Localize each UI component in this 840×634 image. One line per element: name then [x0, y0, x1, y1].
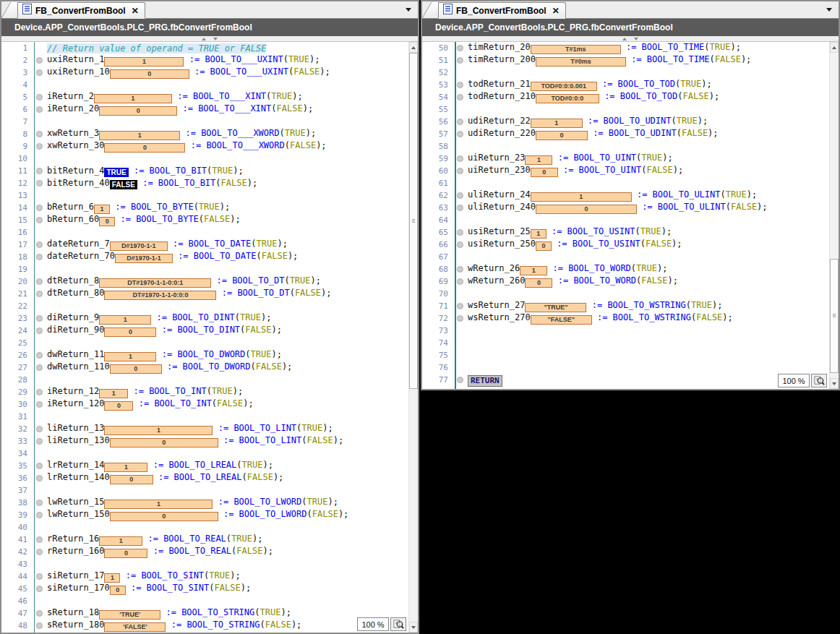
monitored-value[interactable]: T#1ms — [531, 45, 621, 54]
breakpoint-margin[interactable] — [32, 438, 47, 445]
monitored-value[interactable]: 0 — [110, 512, 218, 521]
tab-fb-convertfrombool[interactable]: FB_ConvertFromBool ✕ — [17, 2, 145, 19]
zoom-tool-icon[interactable] — [390, 617, 406, 631]
tab-fb-convertfrombool[interactable]: FB_ConvertFromBool ✕ — [438, 2, 566, 19]
breakpoint-margin[interactable] — [453, 266, 468, 273]
monitored-value[interactable]: 1 — [104, 500, 213, 509]
breakpoint-margin[interactable] — [32, 205, 47, 211]
breakpoint-margin[interactable] — [32, 168, 47, 174]
breakpoint-margin[interactable] — [453, 168, 468, 174]
tab-list-dropdown-icon[interactable] — [406, 8, 411, 14]
scrollbar-thumb[interactable] — [409, 53, 418, 389]
breakpoint-margin[interactable] — [32, 143, 47, 150]
monitored-value[interactable]: 0 — [110, 586, 126, 595]
monitored-value[interactable]: 1 — [99, 315, 151, 325]
breakpoint-margin[interactable] — [453, 241, 468, 248]
monitored-value[interactable]: TOD#0:0:0.001 — [531, 82, 597, 91]
scrollbar-thumb[interactable] — [830, 259, 839, 373]
monitored-value[interactable]: 1 — [104, 463, 147, 472]
breakpoint-margin[interactable] — [453, 94, 468, 100]
breakpoint-margin[interactable] — [32, 622, 47, 629]
monitored-value[interactable]: 1 — [94, 205, 110, 214]
code-editor[interactable]: 1// Return value of operand = TRUE or FA… — [1, 42, 418, 633]
monitored-value[interactable]: 0 — [536, 205, 637, 214]
monitored-value[interactable]: 1 — [99, 536, 142, 546]
breakpoint-margin[interactable] — [32, 475, 47, 481]
monitored-value[interactable]: 1 — [525, 155, 552, 165]
scroll-down-button[interactable] — [830, 378, 839, 389]
monitored-value[interactable]: 1 — [94, 94, 172, 103]
breakpoint-margin[interactable] — [32, 315, 47, 322]
monitored-value[interactable]: 0 — [531, 168, 558, 177]
breakpoint-margin[interactable] — [32, 500, 47, 506]
monitored-value[interactable]: 0 — [104, 327, 156, 337]
breakpoint-margin[interactable] — [453, 315, 468, 322]
breakpoint-margin[interactable] — [32, 426, 47, 432]
monitored-value[interactable]: 0 — [110, 438, 218, 447]
tab-close-icon[interactable]: ✕ — [132, 6, 139, 16]
breakpoint-margin[interactable] — [32, 241, 47, 248]
split-handle[interactable] — [422, 36, 839, 42]
breakpoint-margin[interactable] — [32, 217, 47, 223]
breakpoint-margin[interactable] — [32, 327, 47, 334]
vertical-scrollbar[interactable] — [829, 42, 839, 389]
tab-close-icon[interactable]: ✕ — [552, 6, 560, 16]
breakpoint-margin[interactable] — [32, 352, 47, 359]
monitored-value[interactable]: 0 — [104, 401, 133, 411]
monitored-value[interactable]: 1 — [104, 57, 184, 67]
monitored-value[interactable]: 1 — [531, 192, 632, 202]
monitored-value[interactable]: 'FALSE' — [104, 622, 166, 632]
monitored-value[interactable]: 0 — [110, 69, 189, 79]
tab-list-dropdown-icon[interactable] — [826, 8, 832, 14]
breakpoint-margin[interactable] — [32, 549, 47, 555]
code-editor[interactable]: 50timReturn_20T#1ms := BOOL_TO_TIME(TRUE… — [422, 42, 839, 389]
breakpoint-margin[interactable] — [32, 254, 47, 260]
breakpoint-margin[interactable] — [32, 94, 47, 100]
breakpoint-margin[interactable] — [453, 205, 468, 211]
monitored-value[interactable]: 0 — [104, 143, 185, 153]
breakpoint-margin[interactable] — [453, 192, 468, 199]
monitored-value[interactable]: D#1970-1-1 — [110, 241, 168, 251]
monitored-value[interactable]: "TRUE" — [525, 303, 586, 312]
breakpoint-margin[interactable] — [32, 389, 47, 395]
monitored-value[interactable]: 1 — [531, 119, 583, 128]
monitored-value[interactable]: 0 — [110, 364, 162, 374]
monitored-value[interactable]: T#0ms — [536, 57, 626, 67]
breakpoint-margin[interactable] — [32, 463, 47, 469]
monitored-value[interactable]: 1 — [99, 389, 128, 398]
breakpoint-margin[interactable] — [453, 229, 468, 236]
monitored-value[interactable]: FALSE — [110, 180, 137, 189]
monitored-value[interactable]: "FALSE" — [531, 315, 592, 325]
monitored-value[interactable]: 0 — [110, 475, 153, 484]
monitored-value[interactable]: 0 — [99, 217, 115, 226]
breakpoint-margin[interactable] — [453, 131, 468, 137]
breakpoint-margin[interactable] — [32, 180, 47, 187]
breakpoint-margin[interactable] — [32, 401, 47, 408]
monitored-value[interactable]: 1 — [104, 573, 120, 583]
breakpoint-margin[interactable] — [32, 57, 47, 64]
breakpoint-margin[interactable] — [453, 303, 468, 309]
breakpoint-margin[interactable] — [32, 610, 47, 617]
breakpoint-margin[interactable] — [453, 57, 468, 64]
monitored-value[interactable]: 1 — [104, 352, 156, 361]
monitored-value[interactable]: 0 — [99, 106, 177, 116]
monitored-value[interactable]: 0 — [536, 131, 588, 140]
breakpoint-margin[interactable] — [32, 291, 47, 297]
vertical-scrollbar[interactable] — [408, 42, 418, 633]
breakpoint-margin[interactable] — [32, 573, 47, 580]
zoom-level[interactable]: 100 % — [357, 617, 389, 631]
breakpoint-margin[interactable] — [453, 278, 468, 285]
monitored-value[interactable]: 'TRUE' — [99, 610, 160, 620]
split-handle[interactable] — [1, 36, 418, 42]
breakpoint-margin[interactable] — [453, 155, 468, 162]
monitored-value[interactable]: 0 — [536, 241, 552, 251]
monitored-value[interactable]: 0 — [104, 549, 147, 558]
monitored-value[interactable]: D#1970-1-1 — [115, 254, 173, 263]
monitored-value[interactable]: TOD#0:0:0 — [536, 94, 599, 103]
monitored-value[interactable]: DT#1970-1-1-0:0:0 — [104, 291, 216, 300]
monitored-value[interactable]: 1 — [104, 426, 213, 435]
monitored-value[interactable]: 1 — [99, 131, 180, 140]
breakpoint-margin[interactable] — [32, 364, 47, 371]
scroll-down-button[interactable] — [409, 622, 418, 633]
breakpoint-margin[interactable] — [453, 377, 468, 383]
